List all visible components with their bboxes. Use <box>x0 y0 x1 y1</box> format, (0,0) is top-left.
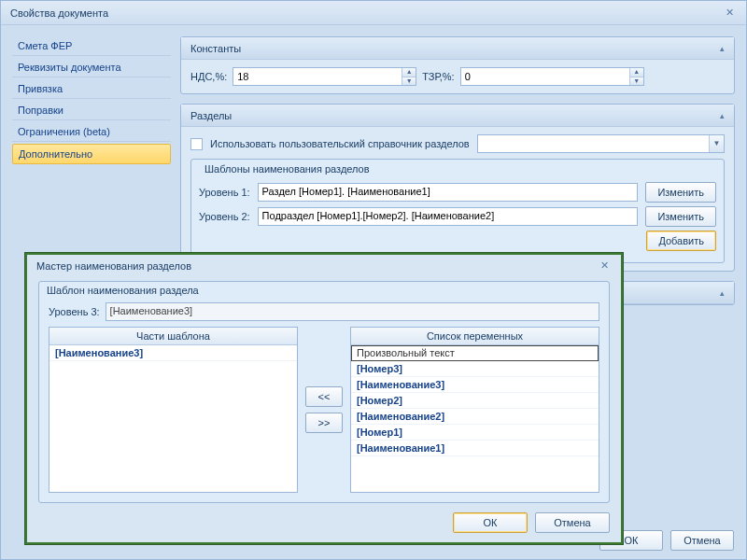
template-group: Шаблон наименования раздела Уровень 3: [… <box>38 281 610 503</box>
constants-body: НДС,%: ▲▼ ТЗР,%: ▲▼ <box>181 60 734 93</box>
sections-body: Использовать пользовательский справочник… <box>181 127 734 271</box>
wizard-level-label: Уровень 3: <box>49 306 100 317</box>
chevron-up-icon: ▴ <box>720 44 725 53</box>
sidebar-item-requisites[interactable]: Реквизиты документа <box>12 58 171 77</box>
level1-edit-button[interactable]: Изменить <box>645 182 716 203</box>
level1-value: Раздел [Номер1]. [Наименование1] <box>258 183 639 202</box>
nds-spinner[interactable]: ▲▼ <box>233 67 416 86</box>
cancel-button[interactable]: Отмена <box>670 530 734 551</box>
window-title: Свойства документа <box>10 7 108 19</box>
templates-title: Шаблоны наименования разделов <box>201 163 374 175</box>
section-naming-wizard: Мастер наименования разделов ✕ Шаблон на… <box>25 253 623 544</box>
lists-row: Части шаблона [Наименование3] << >> Спис… <box>49 327 599 493</box>
list-item[interactable]: [Номер1] <box>351 425 599 441</box>
level1-label: Уровень 1: <box>199 187 250 198</box>
sidebar-item-additional[interactable]: Дополнительно <box>12 144 171 164</box>
list-item[interactable]: [Наименование1] <box>351 441 599 456</box>
parts-header: Части шаблона <box>49 328 297 345</box>
wizard-level-value: [Наименование3] <box>106 302 599 321</box>
sections-panel: Разделы ▴ Использовать пользовательский … <box>180 104 735 272</box>
tzr-label: ТЗР,%: <box>422 71 454 82</box>
constants-title: Константы <box>190 43 241 54</box>
wizard-body: Шаблон наименования раздела Уровень 3: [… <box>27 277 621 509</box>
constants-header[interactable]: Константы ▴ <box>181 37 734 60</box>
chevron-up-icon: ▴ <box>720 111 725 120</box>
tzr-spinner[interactable]: ▲▼ <box>460 67 644 86</box>
wizard-title: Мастер наименования разделов <box>36 260 191 272</box>
wizard-titlebar: Мастер наименования разделов ✕ <box>27 255 621 277</box>
use-custom-checkbox[interactable] <box>190 138 203 150</box>
sections-header[interactable]: Разделы ▴ <box>181 105 734 127</box>
wizard-cancel-button[interactable]: Отмена <box>535 512 610 533</box>
use-custom-label: Использовать пользовательский справочник… <box>210 138 470 149</box>
list-item[interactable]: [Номер3] <box>351 361 599 377</box>
close-icon[interactable]: ✕ <box>597 259 612 273</box>
custom-directory-combo[interactable]: ▼ <box>477 134 725 153</box>
level2-label: Уровень 2: <box>199 211 250 222</box>
nds-label: НДС,%: <box>190 71 227 82</box>
list-item[interactable]: [Наименование3] <box>49 345 297 361</box>
nds-up-icon[interactable]: ▲ <box>402 68 416 77</box>
custom-directory-input[interactable] <box>478 135 709 152</box>
move-right-button[interactable]: >> <box>305 413 343 433</box>
wizard-footer: ОК Отмена <box>27 509 621 542</box>
parts-listbox[interactable]: Части шаблона [Наименование3] <box>49 327 298 493</box>
level2-value: Подраздел [Номер1].[Номер2]. [Наименован… <box>258 207 639 226</box>
list-item[interactable]: Произвольный текст <box>351 345 599 361</box>
chevron-up-icon: ▴ <box>720 288 725 298</box>
list-item[interactable]: [Наименование3] <box>351 377 599 393</box>
sidebar-item-smeta-fer[interactable]: Смета ФЕР <box>12 36 171 56</box>
level2-edit-button[interactable]: Изменить <box>645 206 716 227</box>
sidebar-item-restrictions[interactable]: Ограничения (beta) <box>12 122 171 142</box>
nds-input[interactable] <box>233 68 402 85</box>
sections-title: Разделы <box>190 110 232 121</box>
list-item[interactable]: [Наименование2] <box>351 409 599 425</box>
add-level-button[interactable]: Добавить <box>646 231 716 251</box>
template-group-title: Шаблон наименования раздела <box>47 285 199 296</box>
vars-listbox[interactable]: Список переменных Произвольный текст [Но… <box>350 327 599 493</box>
nds-down-icon[interactable]: ▼ <box>402 77 416 86</box>
tzr-down-icon[interactable]: ▼ <box>630 77 643 86</box>
chevron-down-icon[interactable]: ▼ <box>709 135 724 152</box>
vars-header: Список переменных <box>351 328 599 345</box>
close-icon[interactable]: ✕ <box>722 6 737 21</box>
titlebar: Свойства документа ✕ <box>1 1 746 25</box>
list-item[interactable]: [Номер2] <box>351 393 599 409</box>
tzr-input[interactable] <box>461 68 629 85</box>
sidebar-item-corrections[interactable]: Поправки <box>12 101 171 120</box>
move-left-button[interactable]: << <box>305 386 343 407</box>
move-buttons: << >> <box>303 327 345 493</box>
tzr-up-icon[interactable]: ▲ <box>630 68 643 77</box>
wizard-ok-button[interactable]: ОК <box>453 512 528 533</box>
constants-panel: Константы ▴ НДС,%: ▲▼ ТЗР,%: ▲▼ <box>180 36 735 94</box>
sidebar-item-binding[interactable]: Привязка <box>12 79 171 99</box>
templates-group: Шаблоны наименования разделов Уровень 1:… <box>190 159 725 263</box>
